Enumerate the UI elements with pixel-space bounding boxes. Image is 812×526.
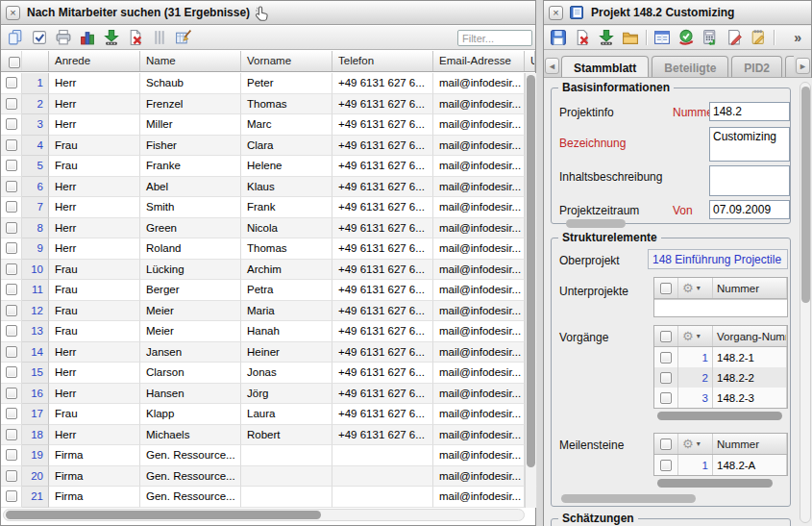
table-row[interactable]: 9HerrRolandThomas+49 6131 627 6...mail@i… bbox=[1, 238, 537, 260]
meilensteine-scroll-thumb[interactable] bbox=[657, 479, 773, 488]
row-checkbox[interactable] bbox=[1, 114, 22, 136]
row-checkbox[interactable] bbox=[654, 388, 678, 408]
table-row[interactable]: 19FirmaGen. Ressource...mail@infodesir..… bbox=[1, 445, 537, 466]
oberprojekt-link[interactable]: 148 Einführung Projectile bbox=[648, 249, 788, 269]
row-checkbox[interactable] bbox=[1, 487, 22, 508]
row-checkbox[interactable] bbox=[1, 197, 22, 218]
export-icon[interactable] bbox=[103, 29, 120, 46]
header-email[interactable]: Email-Adresse bbox=[433, 51, 525, 71]
row-checkbox[interactable] bbox=[1, 301, 22, 322]
table-row[interactable]: 7HerrSmithFrank+49 6131 627 6...mail@inf… bbox=[1, 197, 537, 218]
meilensteine-select-all-checkbox[interactable] bbox=[654, 434, 678, 454]
tab-stammblatt[interactable]: Stammblatt bbox=[561, 56, 649, 77]
details-icon[interactable] bbox=[653, 29, 671, 46]
row-checkbox[interactable] bbox=[1, 425, 22, 446]
row-checkbox[interactable] bbox=[1, 280, 22, 301]
close-icon[interactable]: × bbox=[549, 6, 563, 20]
table-row[interactable]: 10FrauLückingArchim+49 6131 627 6...mail… bbox=[1, 260, 537, 281]
vorgaenge-scroll-thumb[interactable] bbox=[657, 412, 782, 420]
approve-icon[interactable] bbox=[677, 29, 695, 46]
table-row[interactable]: 20FirmaGen. Ressource...mail@infodesir..… bbox=[1, 466, 537, 488]
filter-input[interactable] bbox=[457, 30, 532, 46]
close-icon[interactable]: × bbox=[6, 6, 20, 20]
save-icon[interactable] bbox=[550, 29, 567, 46]
export-icon[interactable] bbox=[598, 29, 615, 46]
table-row[interactable]: 2HerrFrenzelThomas+49 6131 627 6...mail@… bbox=[1, 94, 537, 115]
row-checkbox[interactable] bbox=[1, 466, 22, 488]
row-checkbox[interactable] bbox=[1, 384, 22, 405]
row-checkbox[interactable] bbox=[1, 321, 22, 342]
folder-icon[interactable] bbox=[622, 29, 639, 46]
row-checkbox[interactable] bbox=[1, 363, 22, 384]
row-checkbox[interactable] bbox=[1, 238, 22, 260]
table-row[interactable]: 3HerrMillerMarc+49 6131 627 6...mail@inf… bbox=[1, 114, 537, 136]
list-item[interactable]: 3148.2-3 bbox=[654, 388, 787, 408]
print-icon[interactable] bbox=[55, 29, 72, 46]
row-checkbox[interactable] bbox=[654, 347, 678, 367]
basis-scroll-thumb[interactable] bbox=[566, 219, 626, 228]
list-item[interactable]: 1148.2-1 bbox=[654, 347, 787, 367]
header-clipped[interactable]: Un bbox=[525, 51, 535, 71]
delete-document-icon[interactable] bbox=[574, 29, 591, 46]
header-telefon[interactable]: Telefon bbox=[332, 51, 433, 71]
row-checkbox[interactable] bbox=[1, 342, 22, 363]
right-vertical-scrollbar[interactable] bbox=[800, 82, 811, 523]
vorgaenge-gear-menu[interactable]: ⚙▾ bbox=[678, 326, 713, 346]
row-checkbox[interactable] bbox=[1, 445, 22, 466]
copy-icon[interactable] bbox=[7, 29, 24, 46]
row-checkbox[interactable] bbox=[1, 156, 22, 177]
meilensteine-header-nummer[interactable]: Nummer bbox=[713, 434, 787, 454]
row-checkbox[interactable] bbox=[1, 177, 22, 198]
list-item[interactable]: 2148.2-2 bbox=[654, 367, 787, 388]
header-vorname[interactable]: Vorname bbox=[241, 51, 332, 71]
header-anrede[interactable]: Anrede bbox=[49, 51, 140, 71]
table-row[interactable]: 13FrauMeierHanah+49 6131 627 6...mail@in… bbox=[1, 321, 537, 342]
edit-document-icon[interactable] bbox=[726, 29, 743, 46]
tab-pid2[interactable]: PID2 bbox=[731, 56, 782, 77]
table-row[interactable]: 21FirmaGen. Ressource...mail@infodesir..… bbox=[1, 487, 537, 508]
tab-beteiligte[interactable]: Beteiligte bbox=[652, 56, 728, 77]
table-row[interactable]: 1HerrSchaubPeter+49 6131 627 6...mail@in… bbox=[1, 73, 537, 94]
row-checkbox[interactable] bbox=[1, 94, 22, 115]
vorgaenge-header-nummer[interactable]: Vorgang-Numm bbox=[713, 326, 787, 346]
table-row[interactable]: 18HerrMichaelsRobert+49 6131 627 6...mai… bbox=[1, 425, 537, 446]
select-all-checkbox[interactable] bbox=[1, 51, 22, 71]
row-checkbox[interactable] bbox=[1, 260, 22, 281]
row-checkbox[interactable] bbox=[654, 367, 678, 388]
table-row[interactable]: 12FrauMeierMaria+49 6131 627 6...mail@in… bbox=[1, 301, 537, 322]
meilensteine-gear-menu[interactable]: ⚙▾ bbox=[678, 434, 713, 454]
clean-table-icon[interactable] bbox=[175, 29, 192, 46]
toolbar-overflow-button[interactable]: » bbox=[794, 30, 805, 45]
notes-icon[interactable] bbox=[750, 29, 767, 46]
unterprojekte-select-all-checkbox[interactable] bbox=[654, 278, 678, 298]
vertical-scrollbar[interactable] bbox=[525, 73, 536, 508]
table-row[interactable]: 17FrauKlappLaura+49 6131 627 6...mail@in… bbox=[1, 404, 537, 425]
row-checkbox[interactable] bbox=[1, 136, 22, 157]
table-row[interactable]: 5FrauFrankeHelene+49 6131 627 6...mail@i… bbox=[1, 156, 537, 177]
horizontal-scrollbar[interactable] bbox=[3, 509, 525, 521]
tabs-scroll-left-icon[interactable]: ◄ bbox=[545, 58, 559, 74]
table-row[interactable]: 6HerrAbelKlaus+49 6131 627 6...mail@info… bbox=[1, 177, 537, 198]
table-row[interactable]: 4FrauFisherClara+49 6131 627 6...mail@in… bbox=[1, 136, 537, 157]
chart-icon[interactable] bbox=[79, 29, 96, 46]
inhaltsbeschreibung-field[interactable] bbox=[709, 165, 790, 196]
tab-pid[interactable]: PID bbox=[785, 56, 794, 77]
table-row[interactable]: 14HerrJansenHeiner+49 6131 627 6...mail@… bbox=[1, 342, 537, 363]
list-item[interactable]: 1148.2-A bbox=[654, 455, 787, 475]
unterprojekte-header-nummer[interactable]: Nummer bbox=[713, 278, 787, 298]
table-row[interactable]: 16HerrHansenJörg+49 6131 627 6...mail@in… bbox=[1, 384, 537, 405]
delete-document-icon[interactable] bbox=[127, 29, 144, 46]
bezeichnung-field[interactable]: Customizing bbox=[709, 127, 790, 162]
header-rownum[interactable] bbox=[22, 51, 49, 71]
table-row[interactable]: 8HerrGreenNicola+49 6131 627 6...mail@in… bbox=[1, 218, 537, 239]
header-name[interactable]: Name bbox=[140, 51, 241, 71]
row-checkbox[interactable] bbox=[1, 73, 22, 94]
calculator-icon[interactable] bbox=[701, 29, 719, 46]
select-all-icon[interactable] bbox=[31, 29, 48, 46]
nummer-field[interactable]: 148.2 bbox=[709, 102, 790, 121]
row-checkbox[interactable] bbox=[1, 218, 22, 239]
unterprojekte-gear-menu[interactable]: ⚙▾ bbox=[678, 278, 713, 298]
von-field[interactable]: 07.09.2009 bbox=[709, 200, 790, 219]
columns-icon[interactable] bbox=[151, 29, 168, 46]
vorgaenge-select-all-checkbox[interactable] bbox=[654, 326, 678, 346]
